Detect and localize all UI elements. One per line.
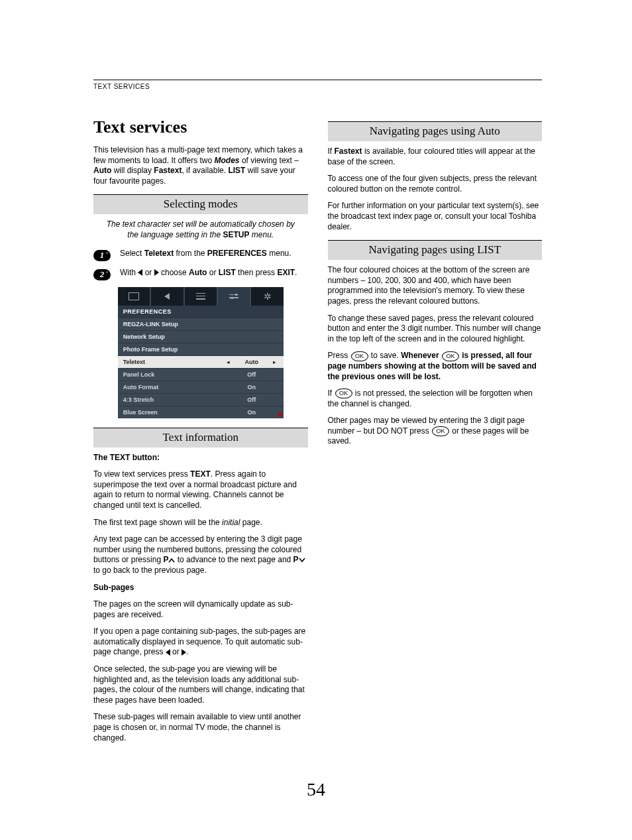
preferences-menu: ✲ PREFERENCES REGZA-LINK Setup Network S… xyxy=(118,287,284,418)
menu-row-teletext: Teletext ◂ Auto ▸ xyxy=(118,355,284,368)
intro-paragraph: This television has a multi-page text me… xyxy=(93,145,308,186)
page-title: Text services xyxy=(93,117,308,137)
subpages-heading: Sub-pages xyxy=(93,583,308,593)
textinfo-p5: If you open a page containing sub-pages,… xyxy=(93,627,308,658)
step-1: 1 Select Teletext from the PREFERENCES m… xyxy=(93,249,308,261)
selecting-note: The text character set will be automatic… xyxy=(100,219,301,240)
navauto-p3: For further information on your particul… xyxy=(328,201,543,232)
textinfo-p4: The pages on the screen will dynamically… xyxy=(93,599,308,620)
ok-button-icon: OK xyxy=(442,351,459,361)
section-text-information: Text information xyxy=(93,428,308,448)
tab-picture-icon xyxy=(118,287,151,306)
menu-row-network: Network Setup xyxy=(118,330,284,343)
right-arrow-icon: ▸ xyxy=(272,359,278,365)
right-arrow-icon xyxy=(154,269,159,276)
ok-button-icon: OK xyxy=(432,426,449,436)
text-button-heading: The TEXT button: xyxy=(93,453,308,463)
running-header: TEXT SERVICES xyxy=(93,83,150,90)
menu-row-autoformat: Auto FormatOn xyxy=(118,381,284,393)
menu-row-panellock: Panel LockOff xyxy=(118,368,284,381)
textinfo-p3: Any text page can be accessed by enterin… xyxy=(93,534,308,575)
menu-title: PREFERENCES xyxy=(118,306,284,318)
menu-row-bluescreen: Blue ScreenOn xyxy=(118,406,284,418)
step-badge-1: 1 xyxy=(93,250,111,261)
tab-setup-icon: ✲ xyxy=(251,287,283,306)
navlist-p5: Other pages may be viewed by entering th… xyxy=(328,416,543,447)
tab-list-icon xyxy=(185,287,218,306)
navauto-p1: If Fastext is available, four coloured t… xyxy=(328,147,543,167)
section-selecting-modes: Selecting modes xyxy=(93,194,308,214)
navlist-p3: Press OK to save. Whenever OK is pressed… xyxy=(328,351,543,382)
page-number: 54 xyxy=(0,779,632,800)
p-up-icon xyxy=(168,558,175,563)
step-badge-2: 2 xyxy=(93,269,111,280)
menu-tabs: ✲ xyxy=(118,287,284,306)
textinfo-p7: These sub-pages will remain available to… xyxy=(93,712,308,743)
step-2: 2 With or choose Auto or LIST then press… xyxy=(93,268,308,280)
ok-button-icon: OK xyxy=(351,351,368,361)
menu-row-photoframe: Photo Frame Setup xyxy=(118,343,284,355)
menu-row-regzalink: REGZA-LINK Setup xyxy=(118,318,284,330)
navauto-p2: To access one of the four given subjects… xyxy=(328,174,543,194)
navlist-p2: To change these saved pages, press the r… xyxy=(328,314,543,345)
section-nav-list: Navigating pages using LIST xyxy=(328,240,543,260)
ok-button-icon: OK xyxy=(335,389,352,398)
scroll-down-icon xyxy=(278,413,283,417)
navlist-p4: If OK is not pressed, the selection will… xyxy=(328,389,543,409)
p-down-icon xyxy=(299,558,305,563)
textinfo-p6: Once selected, the sub-page you are view… xyxy=(93,664,308,705)
left-arrow-icon: ◂ xyxy=(225,359,232,365)
navlist-p1: The four coloured choices at the bottom … xyxy=(328,265,543,306)
textinfo-p2: The first text page shown will be the in… xyxy=(93,518,308,528)
tab-preferences-icon xyxy=(218,287,251,306)
menu-row-43stretch: 4:3 StretchOff xyxy=(118,393,284,406)
tab-sound-icon xyxy=(151,287,184,306)
left-arrow-icon xyxy=(166,649,170,656)
textinfo-p1: To view text services press TEXT. Press … xyxy=(93,469,308,510)
section-nav-auto: Navigating pages using Auto xyxy=(328,121,543,141)
